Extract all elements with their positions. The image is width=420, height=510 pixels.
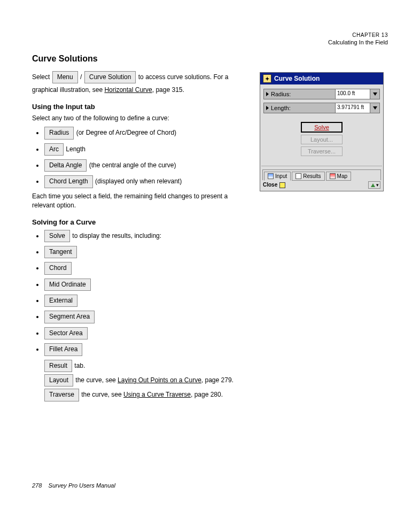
list-item: Fillet Area <box>44 343 250 356</box>
input-icon <box>268 173 274 179</box>
chevron-right-icon <box>266 106 269 110</box>
status-indicator[interactable]: ▾ <box>368 181 380 189</box>
list-item: Chord Length (displayed only when releva… <box>44 175 250 188</box>
menu-button[interactable]: Menu <box>52 71 78 83</box>
list-item: Solve to display the results, including: <box>44 230 250 242</box>
page-title: Curve Solutions <box>32 54 388 64</box>
dialog-tabbar: Input Results Map <box>262 169 381 180</box>
length-row: Length: 3.971791 ft <box>263 103 380 113</box>
delta-button[interactable]: Delta Angle <box>44 159 87 172</box>
chord-result-button[interactable]: Chord <box>44 262 72 274</box>
section-using-input: Using the Input tab <box>32 103 250 111</box>
laying-out-link[interactable]: Laying Out Points on a Curve <box>118 376 201 384</box>
length-field-button[interactable]: Length: <box>263 103 335 113</box>
radius-dropdown[interactable] <box>370 89 380 99</box>
length-value[interactable]: 3.971791 ft <box>335 103 370 113</box>
input-note: Each time you select a field, the remain… <box>32 192 250 211</box>
tangent-button[interactable]: Tangent <box>44 246 77 258</box>
curve-solution-button[interactable]: Curve Solution <box>84 71 136 83</box>
triangle-up-icon <box>371 183 375 187</box>
chord-button[interactable]: Chord Length <box>44 175 93 188</box>
list-item: Radius (or Degree of Arc/Degree of Chord… <box>44 127 250 139</box>
section-solving: Solving for a Curve <box>32 218 250 226</box>
dialog-title-text: Curve Solution <box>274 75 320 82</box>
radius-value[interactable]: 100.0 ft <box>335 89 370 99</box>
input-intro: Select any two of the following to defin… <box>32 114 250 123</box>
list-item: Chord <box>44 262 250 274</box>
chevron-down-icon <box>373 92 377 96</box>
external-button[interactable]: External <box>44 295 77 307</box>
results-icon <box>295 173 301 179</box>
list-item: Sector Area <box>44 327 250 339</box>
layout-row: Layout the curve, see Laying Out Points … <box>44 374 250 387</box>
traverse-row: Traverse the curve, see Using a Curve Tr… <box>44 389 250 401</box>
layout-button[interactable]: Layout <box>44 374 73 387</box>
footer-title: Survey Pro Users Manual <box>49 482 115 489</box>
traverse-button[interactable]: Traverse <box>44 389 79 401</box>
chapter-label: CHAPTER 13 <box>32 32 388 38</box>
close-icon <box>279 182 285 188</box>
radius-button[interactable]: Radius <box>44 127 74 139</box>
list-item: Arc Length <box>44 143 250 156</box>
tab-results[interactable]: Results <box>292 172 324 181</box>
footer-left: 278 Survey Pro Users Manual <box>32 482 115 489</box>
divider <box>261 166 382 166</box>
chevron-right-icon <box>266 92 269 96</box>
chevron-down-icon <box>373 106 377 110</box>
app-icon: ✦ <box>263 74 271 83</box>
list-item: Tangent <box>44 246 250 258</box>
arc-button[interactable]: Arc <box>44 143 64 156</box>
result-tab-button[interactable]: Result <box>44 360 72 372</box>
page-number: 278 <box>32 482 42 489</box>
list-item: Segment Area <box>44 311 250 323</box>
intro-line-1: Select Menu / Curve Solution to access c… <box>32 71 250 83</box>
page-header: CHAPTER 13 Calculating In the Field <box>32 32 388 45</box>
fillet-area-button[interactable]: Fillet Area <box>44 343 82 356</box>
mid-ordinate-button[interactable]: Mid Ordinate <box>44 279 91 291</box>
intro-line-2: graphical illustration, see Horizontal C… <box>32 86 250 95</box>
radius-field-button[interactable]: Radius: <box>263 89 335 99</box>
length-dropdown[interactable] <box>370 103 380 113</box>
dialog-statusbar: Close ▾ <box>260 180 383 191</box>
dialog-traverse-button[interactable]: Traverse... <box>301 146 343 156</box>
tab-input[interactable]: Input <box>264 172 291 181</box>
curve-traverse-link[interactable]: Using a Curve Traverse <box>123 391 191 398</box>
solve-button[interactable]: Solve <box>44 230 70 242</box>
result-tab-row: Result tab. <box>44 360 250 372</box>
map-icon <box>330 173 336 179</box>
close-control[interactable]: Close <box>263 182 285 188</box>
sector-area-button[interactable]: Sector Area <box>44 327 88 339</box>
chapter-title: Calculating In the Field <box>32 39 388 45</box>
horizontal-curve-link[interactable]: Horizontal Curve <box>104 86 152 94</box>
list-item: Delta Angle (the central angle of the cu… <box>44 159 250 172</box>
dialog-solve-button[interactable]: Solve <box>301 122 343 133</box>
list-item: External <box>44 295 250 307</box>
tab-map[interactable]: Map <box>326 172 351 181</box>
radius-row: Radius: 100.0 ft <box>263 89 380 99</box>
dialog-titlebar: ✦ Curve Solution <box>260 73 383 84</box>
list-item: Mid Ordinate <box>44 279 250 291</box>
segment-area-button[interactable]: Segment Area <box>44 311 95 323</box>
curve-solution-dialog: ✦ Curve Solution Radius: 100.0 ft Length… <box>260 72 384 191</box>
dialog-layout-button[interactable]: Layout... <box>301 135 343 144</box>
